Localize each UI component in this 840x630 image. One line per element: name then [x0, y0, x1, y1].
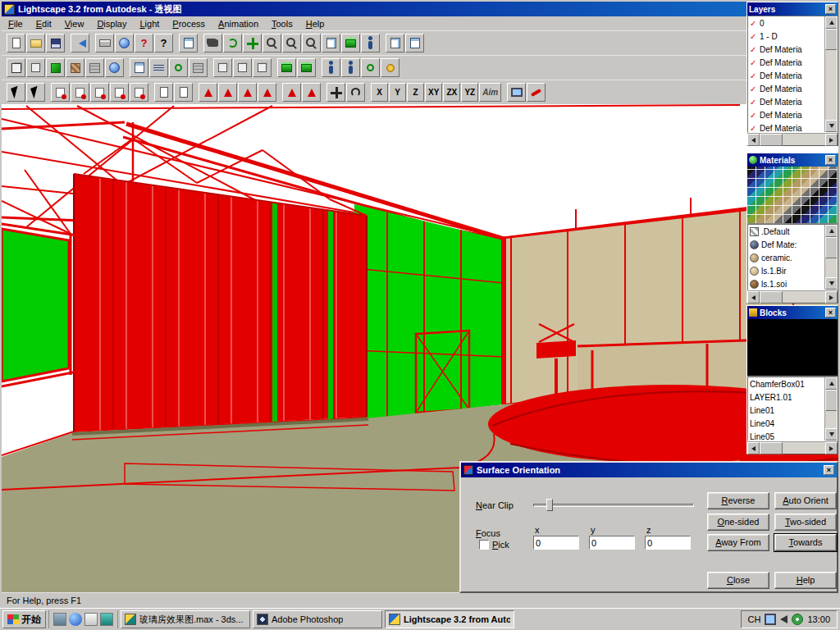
zoom-page-button[interactable]	[386, 34, 404, 52]
material-row[interactable]: Def Mate:	[748, 238, 824, 251]
auto-orient-button[interactable]: Auto Orient	[774, 492, 837, 509]
dialog-close-icon[interactable]: ×	[824, 465, 834, 475]
move-button[interactable]	[326, 83, 345, 102]
materials-palette-titlebar[interactable]: Materials ×	[747, 153, 838, 167]
reverse-button[interactable]: Reverse	[707, 492, 769, 509]
scroll-down-icon[interactable]	[825, 120, 838, 132]
layer-check-icon[interactable]: ✓	[750, 71, 760, 80]
show-desktop-icon[interactable]	[53, 613, 66, 626]
save-button[interactable]	[46, 34, 65, 52]
menu-light[interactable]: Light	[133, 18, 166, 30]
paint-button[interactable]	[527, 83, 546, 102]
layers-horizontal-scrollbar[interactable]	[747, 133, 838, 145]
pan-view-button[interactable]	[243, 34, 262, 52]
axis-xy-button[interactable]: XY	[425, 83, 442, 102]
layer-check-icon[interactable]: ✓	[750, 32, 760, 41]
scroll-left-icon[interactable]	[747, 291, 760, 304]
channels-icon[interactable]	[100, 613, 113, 626]
camera-view-button[interactable]	[203, 34, 222, 52]
layers-close-icon[interactable]: ×	[825, 4, 836, 14]
block-row[interactable]: LAYER1.01	[748, 390, 824, 404]
blocks-vertical-scrollbar[interactable]	[824, 377, 837, 441]
scheduler-tray-icon[interactable]	[792, 614, 803, 625]
layer-check-icon[interactable]: ✓	[750, 98, 760, 107]
layers-vertical-scrollbar[interactable]	[824, 16, 837, 132]
axis-y-button[interactable]: Y	[389, 83, 406, 102]
zoom-window-button[interactable]	[302, 34, 321, 52]
task-3dsmax[interactable]: 玻璃房效果图.max - 3ds...	[121, 610, 250, 628]
query-material-button[interactable]	[130, 83, 148, 102]
display-tray-icon[interactable]	[765, 614, 776, 625]
pattern-mode-button[interactable]	[85, 58, 104, 77]
wire-box-1-button[interactable]	[213, 58, 232, 77]
scroll-right-icon[interactable]	[825, 442, 838, 454]
axis-zx-button[interactable]: ZX	[443, 83, 460, 102]
scroll-right-icon[interactable]	[825, 291, 838, 304]
zoom-in-button[interactable]	[262, 34, 281, 52]
material-row[interactable]: ceramic.	[748, 251, 824, 264]
layer-row[interactable]: ✓0	[748, 16, 824, 30]
clock[interactable]: 13:00	[807, 614, 830, 624]
material-row[interactable]: ls.1.soi	[748, 277, 824, 290]
screen-button[interactable]	[507, 83, 526, 102]
start-button[interactable]: 开始	[2, 610, 46, 628]
scrollbar-thumb[interactable]	[760, 291, 783, 304]
undo-button[interactable]	[71, 34, 89, 52]
layer-row[interactable]: ✓Def Materia	[748, 95, 824, 108]
materials-swatch-grid[interactable]	[747, 167, 838, 224]
person-view-button[interactable]	[322, 58, 340, 77]
query-block-button[interactable]	[90, 83, 109, 102]
grid-button[interactable]	[189, 58, 208, 77]
materials-close-icon[interactable]: ×	[825, 155, 836, 165]
solid-box-2-button[interactable]	[297, 58, 316, 77]
query-luminaire-button[interactable]	[71, 83, 89, 102]
layer-check-icon[interactable]: ✓	[750, 19, 760, 28]
scrollbar-thumb[interactable]	[825, 237, 838, 258]
walk-tool-button[interactable]	[341, 58, 360, 77]
axis-aim-button[interactable]: Aim	[479, 83, 501, 102]
filter-face-button[interactable]	[238, 83, 257, 102]
layer-row[interactable]: ✓Def Materia	[748, 121, 824, 132]
layer-check-icon[interactable]: ✓	[750, 58, 760, 67]
outline-display-button[interactable]	[149, 58, 168, 77]
z-input[interactable]	[645, 536, 691, 550]
task-lightscape[interactable]: Lightscape 3.2 from Auto...	[385, 610, 514, 628]
orient-up-button[interactable]	[282, 83, 301, 102]
input-method-indicator[interactable]: CH	[748, 614, 761, 624]
zoom-extents-button[interactable]	[322, 34, 340, 52]
web-publish-button[interactable]	[115, 34, 134, 52]
list-page-1-button[interactable]	[154, 83, 173, 102]
scrollbar-thumb[interactable]	[760, 134, 783, 146]
solid-box-1-button[interactable]	[277, 58, 296, 77]
import-button[interactable]	[179, 34, 198, 52]
scroll-down-icon[interactable]	[825, 428, 838, 441]
materials-horizontal-scrollbar[interactable]	[747, 290, 838, 303]
internet-explorer-icon[interactable]	[69, 613, 82, 626]
layer-row[interactable]: ✓Def Materia	[748, 69, 824, 82]
filter-vertex-button[interactable]	[199, 83, 217, 102]
wireframe-mode-button[interactable]	[7, 58, 25, 77]
menu-animation[interactable]: Animation	[212, 18, 265, 30]
wire-box-3-button[interactable]	[253, 58, 272, 77]
task-photoshop[interactable]: Adobe Photoshop	[253, 610, 382, 628]
scroll-up-icon[interactable]	[825, 225, 838, 237]
layer-row[interactable]: ✓Def Materia	[748, 108, 824, 121]
filter-edge-button[interactable]	[218, 83, 237, 102]
orbit-view-button[interactable]	[223, 34, 242, 52]
blocks-palette-titlebar[interactable]: Blocks ×	[747, 306, 838, 319]
block-row[interactable]: ChamferBox01	[748, 377, 824, 390]
scrollbar-thumb[interactable]	[825, 390, 838, 411]
print-button[interactable]	[95, 34, 114, 52]
material-row[interactable]: .Default	[748, 225, 824, 238]
scrollbar-thumb[interactable]	[760, 442, 783, 454]
orient-down-button[interactable]	[302, 83, 321, 102]
layer-row[interactable]: ✓1 - D	[748, 30, 824, 43]
blocks-close-icon[interactable]: ×	[825, 308, 836, 317]
material-row[interactable]: ls.1.Bir	[748, 264, 824, 277]
layer-check-icon[interactable]: ✓	[750, 111, 760, 120]
layer-check-icon[interactable]: ✓	[750, 45, 760, 54]
scroll-right-icon[interactable]	[825, 134, 838, 146]
dialog-titlebar[interactable]: Surface Orientation ×	[461, 463, 837, 477]
menu-display[interactable]: Display	[90, 18, 133, 30]
towards-button[interactable]: Towards	[774, 534, 837, 551]
